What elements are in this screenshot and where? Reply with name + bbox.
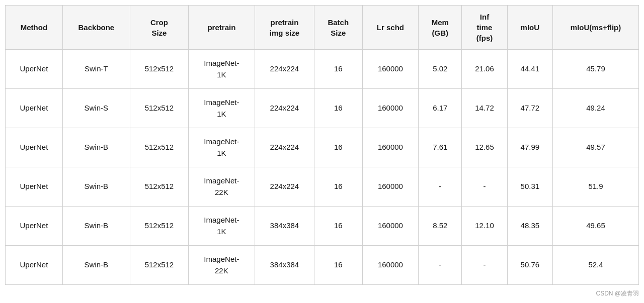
cell-pretrain: ImageNet-1K (188, 50, 255, 89)
cell-miou-flip: 51.9 (553, 167, 639, 207)
cell-miou: 50.31 (507, 167, 552, 207)
col-header-batch-size: BatchSize (314, 6, 362, 50)
cell-crop-size: 512x512 (130, 50, 188, 89)
col-header-miou: mIoU (507, 6, 552, 50)
col-header-pretrain-img-size: pretrainimg size (255, 6, 314, 50)
cell-pretrain-img-size: 224x224 (255, 128, 314, 167)
cell-inf-time: - (462, 167, 507, 207)
cell-batch-size: 16 (314, 128, 362, 167)
cell-miou: 47.99 (507, 128, 552, 167)
col-header-pretrain: pretrain (188, 6, 255, 50)
cell-backbone: Swin-B (62, 207, 130, 246)
cell-miou: 44.41 (507, 50, 552, 89)
table-row: UperNetSwin-B512x512ImageNet-22K384x3841… (6, 246, 639, 285)
cell-backbone: Swin-T (62, 50, 130, 89)
cell-crop-size: 512x512 (130, 246, 188, 285)
cell-mem: 5.02 (419, 50, 462, 89)
cell-miou-flip: 52.4 (553, 246, 639, 285)
watermark: CSDN @凌青羽 (596, 289, 639, 298)
cell-mem: 6.17 (419, 89, 462, 128)
cell-batch-size: 16 (314, 207, 362, 246)
cell-lr-schd: 160000 (362, 167, 419, 207)
cell-crop-size: 512x512 (130, 167, 188, 207)
cell-mem: 7.61 (419, 128, 462, 167)
header-row: Method Backbone CropSize pretrain pretra… (6, 6, 639, 50)
cell-crop-size: 512x512 (130, 89, 188, 128)
cell-pretrain: ImageNet-22K (188, 246, 255, 285)
col-header-miou-flip: mIoU(ms+flip) (553, 6, 639, 50)
cell-lr-schd: 160000 (362, 246, 419, 285)
cell-miou-flip: 49.24 (553, 89, 639, 128)
col-header-lr-schd: Lr schd (362, 6, 419, 50)
cell-method: UperNet (6, 167, 63, 207)
table-container: Method Backbone CropSize pretrain pretra… (5, 5, 639, 285)
cell-inf-time: 12.10 (462, 207, 507, 246)
cell-pretrain-img-size: 224x224 (255, 50, 314, 89)
cell-method: UperNet (6, 246, 63, 285)
cell-pretrain: ImageNet-1K (188, 207, 255, 246)
cell-batch-size: 16 (314, 246, 362, 285)
cell-lr-schd: 160000 (362, 50, 419, 89)
cell-miou-flip: 45.79 (553, 50, 639, 89)
cell-inf-time: 14.72 (462, 89, 507, 128)
cell-batch-size: 16 (314, 89, 362, 128)
cell-pretrain: ImageNet-22K (188, 167, 255, 207)
cell-miou: 47.72 (507, 89, 552, 128)
cell-backbone: Swin-B (62, 167, 130, 207)
cell-miou-flip: 49.65 (553, 207, 639, 246)
cell-mem: - (419, 246, 462, 285)
cell-method: UperNet (6, 89, 63, 128)
cell-inf-time: 21.06 (462, 50, 507, 89)
cell-crop-size: 512x512 (130, 128, 188, 167)
cell-pretrain-img-size: 384x384 (255, 207, 314, 246)
cell-lr-schd: 160000 (362, 207, 419, 246)
col-header-inf-time: Inftime(fps) (462, 6, 507, 50)
col-header-backbone: Backbone (62, 6, 130, 50)
cell-method: UperNet (6, 50, 63, 89)
cell-lr-schd: 160000 (362, 89, 419, 128)
table-row: UperNetSwin-S512x512ImageNet-1K224x22416… (6, 89, 639, 128)
cell-lr-schd: 160000 (362, 128, 419, 167)
cell-pretrain-img-size: 224x224 (255, 167, 314, 207)
cell-batch-size: 16 (314, 167, 362, 207)
cell-pretrain: ImageNet-1K (188, 128, 255, 167)
table-row: UperNetSwin-B512x512ImageNet-1K384x38416… (6, 207, 639, 246)
cell-method: UperNet (6, 128, 63, 167)
cell-backbone: Swin-B (62, 128, 130, 167)
cell-crop-size: 512x512 (130, 207, 188, 246)
col-header-method: Method (6, 6, 63, 50)
table-row: UperNetSwin-B512x512ImageNet-1K224x22416… (6, 128, 639, 167)
table-row: UperNetSwin-B512x512ImageNet-22K224x2241… (6, 167, 639, 207)
cell-miou-flip: 49.57 (553, 128, 639, 167)
cell-inf-time: - (462, 246, 507, 285)
cell-mem: - (419, 167, 462, 207)
cell-mem: 8.52 (419, 207, 462, 246)
col-header-crop-size: CropSize (130, 6, 188, 50)
cell-inf-time: 12.65 (462, 128, 507, 167)
cell-batch-size: 16 (314, 50, 362, 89)
table-row: UperNetSwin-T512x512ImageNet-1K224x22416… (6, 50, 639, 89)
cell-pretrain-img-size: 384x384 (255, 246, 314, 285)
col-header-mem: Mem(GB) (419, 6, 462, 50)
cell-pretrain-img-size: 224x224 (255, 89, 314, 128)
cell-pretrain: ImageNet-1K (188, 89, 255, 128)
cell-backbone: Swin-S (62, 89, 130, 128)
cell-method: UperNet (6, 207, 63, 246)
cell-miou: 50.76 (507, 246, 552, 285)
cell-backbone: Swin-B (62, 246, 130, 285)
cell-miou: 48.35 (507, 207, 552, 246)
results-table: Method Backbone CropSize pretrain pretra… (5, 5, 639, 285)
